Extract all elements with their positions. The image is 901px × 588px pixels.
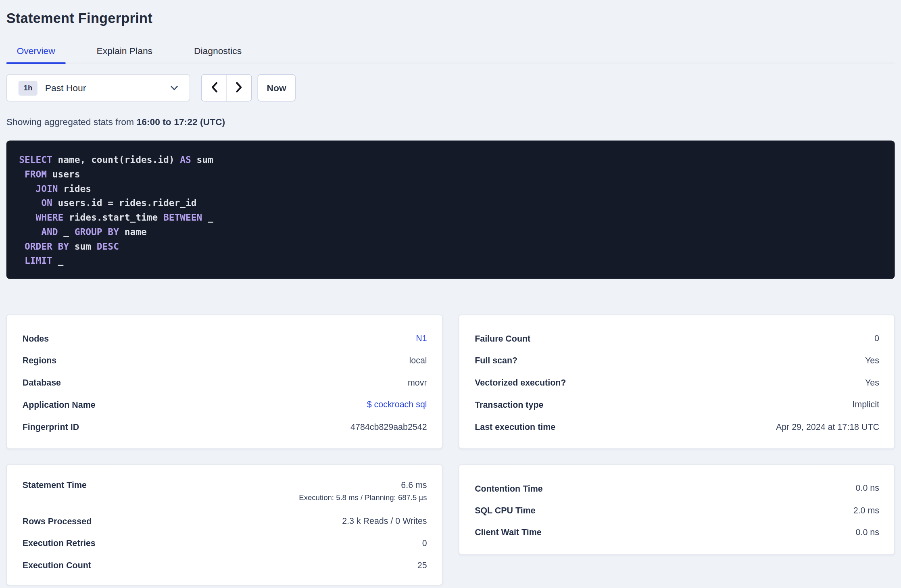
- stat-label: Regions: [23, 356, 57, 365]
- stat-value-group: 0: [874, 333, 879, 344]
- next-interval-button[interactable]: [226, 75, 251, 101]
- sql-line: FROM users: [19, 167, 882, 181]
- nodes-value-link[interactable]: N1: [416, 333, 427, 343]
- regions-value: local: [409, 355, 427, 365]
- stat-value-group: local: [409, 355, 427, 366]
- stat-label: Nodes: [23, 334, 49, 343]
- stat-row-last-execution-time: Last execution timeApr 29, 2024 at 17:18…: [475, 416, 879, 438]
- stat-value-group: 25: [417, 560, 427, 571]
- stat-row-client-wait-time: Client Wait Time0.0 ns: [475, 521, 879, 544]
- rows-processed-value: 2.3 k Reads / 0 Writes: [342, 516, 427, 525]
- stat-label: Rows Processed: [23, 516, 92, 526]
- stat-value-group: Implicit: [852, 400, 879, 410]
- stat-label: Fingerprint ID: [23, 422, 79, 432]
- aggregated-stats-line: Showing aggregated stats from 16:00 to 1…: [6, 117, 895, 127]
- stat-row-failure-count: Failure Count0: [475, 327, 879, 349]
- stat-label: Contention Time: [475, 483, 543, 493]
- time-toolbar: 1h Past Hour Now: [6, 74, 895, 101]
- timing-cards-row: Statement Time6.6 msExecution: 5.8 ms / …: [6, 464, 895, 585]
- statement-fingerprint-page: Statement Fingerprint OverviewExplain Pl…: [0, 0, 901, 588]
- statement-times-card: Statement Time6.6 msExecution: 5.8 ms / …: [6, 464, 442, 585]
- statement-time-value: 6.6 ms: [401, 480, 427, 490]
- application-name-value-link[interactable]: $ cockroach sql: [367, 400, 427, 409]
- stat-value-group: N1: [416, 333, 427, 344]
- stat-label: Execution Count: [23, 560, 91, 570]
- sql-line: ORDER BY sum DESC: [19, 239, 882, 254]
- chevron-left-icon: [211, 81, 217, 94]
- stat-row-application-name: Application Name$ cockroach sql: [23, 394, 427, 416]
- stat-value-group: Apr 29, 2024 at 17:18 UTC: [776, 421, 879, 432]
- stat-value-group: 0.0 ns: [856, 483, 879, 493]
- interval-stepper: [201, 74, 252, 101]
- stat-row-statement-time: Statement Time6.6 msExecution: 5.8 ms / …: [23, 477, 427, 510]
- tab-bar: OverviewExplain PlansDiagnostics: [6, 46, 895, 63]
- failure-count-value: 0: [874, 333, 879, 343]
- prev-interval-button[interactable]: [202, 75, 226, 101]
- stat-row-contention-time: Contention Time0.0 ns: [475, 477, 879, 499]
- stat-value-group: 4784cb829aab2542: [350, 421, 427, 432]
- sql-statement-box: SELECT name, count(rides.id) AS sum FROM…: [6, 141, 895, 279]
- stats-line-prefix: Showing aggregated stats from: [6, 117, 137, 127]
- stat-label: SQL CPU Time: [475, 505, 535, 515]
- stat-value-group: 6.6 msExecution: 5.8 ms / Planning: 687.…: [299, 480, 427, 502]
- stat-label: Vectorized execution?: [475, 377, 566, 387]
- stat-label: Application Name: [23, 400, 96, 409]
- database-value: movr: [408, 377, 427, 387]
- stat-value-group: $ cockroach sql: [367, 400, 427, 410]
- stat-row-vectorized-execution: Vectorized execution?Yes: [475, 371, 879, 394]
- page-container: Statement Fingerprint OverviewExplain Pl…: [0, 0, 901, 585]
- stat-row-full-scan: Full scan?Yes: [475, 349, 879, 371]
- fingerprint-id-value: 4784cb829aab2542: [350, 421, 427, 431]
- tab-diagnostics[interactable]: Diagnostics: [184, 46, 252, 63]
- tab-overview[interactable]: Overview: [6, 46, 66, 63]
- stat-value-group: 0.0 ns: [856, 527, 879, 538]
- last-execution-time-value: Apr 29, 2024 at 17:18 UTC: [776, 421, 879, 431]
- stat-label: Full scan?: [475, 356, 517, 365]
- stat-value-group: 2.3 k Reads / 0 Writes: [342, 516, 427, 526]
- vectorized-execution-value: Yes: [865, 377, 879, 387]
- stat-label: Database: [23, 377, 61, 387]
- stat-label: Transaction type: [475, 400, 543, 409]
- sql-line: LIMIT _: [19, 254, 882, 268]
- stat-label: Statement Time: [23, 480, 87, 490]
- stat-value-group: 0: [422, 538, 427, 548]
- wait-times-card: Contention Time0.0 nsSQL CPU Time2.0 msC…: [459, 464, 895, 555]
- statement-details-card: NodesN1RegionslocalDatabasemovrApplicati…: [6, 315, 442, 449]
- stats-line-range: 16:00 to 17:22 (UTC): [136, 117, 225, 127]
- sql-line: AND _ GROUP BY name: [19, 225, 882, 239]
- execution-retries-value: 0: [422, 538, 427, 548]
- stat-value-group: Yes: [865, 377, 879, 388]
- sql-line: JOIN rides: [19, 181, 882, 196]
- stat-row-nodes: NodesN1: [23, 327, 427, 349]
- stat-value-group: movr: [408, 377, 427, 388]
- contention-time-value: 0.0 ns: [856, 483, 879, 492]
- stat-label: Failure Count: [475, 334, 530, 343]
- tab-explain-plans[interactable]: Explain Plans: [86, 46, 163, 63]
- stat-row-transaction-type: Transaction typeImplicit: [475, 394, 879, 416]
- interval-badge: 1h: [19, 80, 38, 95]
- interval-label: Past Hour: [45, 83, 171, 93]
- execution-attributes-card: Failure Count0Full scan?YesVectorized ex…: [459, 315, 895, 449]
- stat-row-sql-cpu-time: SQL CPU Time2.0 ms: [475, 499, 879, 521]
- client-wait-time-value: 0.0 ns: [856, 527, 879, 537]
- stat-label: Last execution time: [475, 422, 555, 432]
- now-button[interactable]: Now: [258, 74, 296, 101]
- stat-row-execution-count: Execution Count25: [23, 554, 427, 576]
- chevron-right-icon: [236, 81, 242, 94]
- stat-label: Client Wait Time: [475, 528, 542, 537]
- page-title: Statement Fingerprint: [6, 10, 895, 27]
- stat-row-rows-processed: Rows Processed2.3 k Reads / 0 Writes: [23, 510, 427, 532]
- stat-row-fingerprint-id: Fingerprint ID4784cb829aab2542: [23, 416, 427, 438]
- sql-line: ON users.id = rides.rider_id: [19, 196, 882, 211]
- statement-time-subvalue: Execution: 5.8 ms / Planning: 687.5 µs: [299, 493, 427, 502]
- sql-line: WHERE rides.start_time BETWEEN _: [19, 210, 882, 225]
- stat-value-group: Yes: [865, 355, 879, 366]
- transaction-type-value: Implicit: [852, 400, 879, 409]
- info-cards-row: NodesN1RegionslocalDatabasemovrApplicati…: [6, 315, 895, 449]
- stat-row-execution-retries: Execution Retries0: [23, 532, 427, 554]
- sql-cpu-time-value: 2.0 ms: [853, 505, 879, 515]
- time-interval-picker[interactable]: 1h Past Hour: [6, 74, 190, 101]
- full-scan-value: Yes: [865, 355, 879, 365]
- sql-line: SELECT name, count(rides.id) AS sum: [19, 153, 882, 167]
- execution-count-value: 25: [417, 560, 427, 570]
